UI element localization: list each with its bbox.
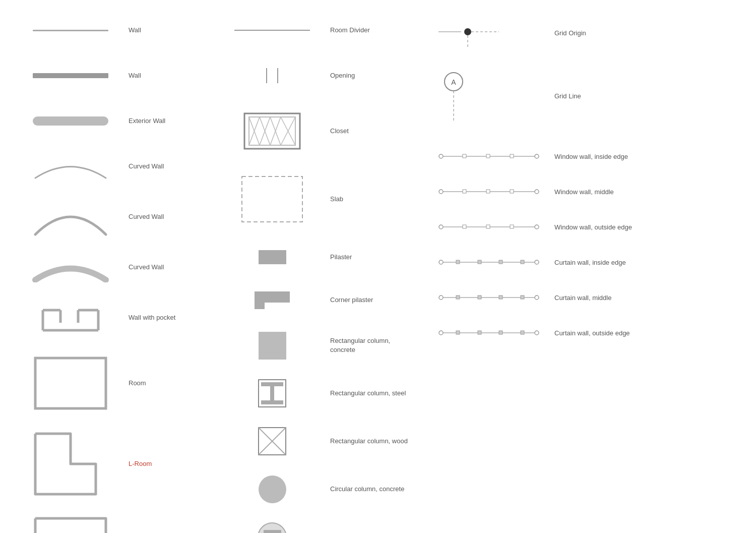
svg-point-40: [535, 154, 539, 158]
list-item: Closet: [222, 106, 423, 156]
svg-rect-56: [510, 225, 514, 228]
label: Window wall, middle: [549, 188, 635, 196]
ww-outside-symbol: [438, 222, 549, 231]
label: Curtain wall, outside edge: [549, 329, 635, 337]
svg-rect-77: [521, 331, 524, 334]
list-item: Corner pilaster: [222, 285, 423, 315]
closet-symbol: [222, 111, 323, 151]
label: Wall: [121, 26, 212, 35]
svg-rect-42: [463, 154, 466, 158]
list-item: T-Room: [20, 514, 212, 533]
svg-rect-70: [521, 295, 524, 299]
curved-wall-thick-symbol: [20, 252, 121, 282]
svg-point-65: [535, 295, 539, 300]
ww-middle-symbol: [438, 187, 549, 196]
svg-rect-20: [255, 303, 265, 309]
corner-pilaster-symbol: [222, 289, 323, 312]
svg-point-33: [464, 28, 471, 35]
list-item: Window wall, inside edge: [438, 146, 635, 166]
svg-rect-60: [456, 260, 460, 264]
list-item: Curved Wall: [20, 252, 212, 282]
list-item: Pilaster: [222, 242, 423, 272]
list-item: A Grid Line: [438, 71, 635, 121]
list-item: Wall: [20, 61, 212, 91]
svg-rect-24: [270, 382, 274, 404]
cw-middle-symbol: [438, 293, 549, 302]
list-item: Circular column, steel: [222, 519, 423, 533]
svg-rect-43: [486, 154, 490, 158]
column-1: Wall Wall Exterior Wall Curved Wall: [20, 15, 212, 533]
slab-symbol: [222, 174, 323, 224]
svg-text:A: A: [451, 78, 456, 86]
svg-point-39: [439, 154, 443, 158]
list-item: Curved Wall: [20, 197, 212, 237]
room-divider-symbol: [222, 30, 323, 31]
svg-point-64: [439, 295, 443, 300]
svg-rect-68: [478, 295, 481, 299]
label: Exterior Wall: [121, 116, 212, 126]
label: Room: [121, 379, 212, 388]
cw-outside-symbol: [438, 328, 549, 337]
room-symbol: [20, 356, 121, 411]
label: Curtain wall, middle: [549, 294, 635, 302]
grid-line-symbol: A: [438, 71, 549, 121]
svg-point-51: [439, 225, 443, 229]
t-room-symbol: [20, 516, 121, 534]
label: Pilaster: [323, 253, 423, 262]
svg-point-57: [439, 260, 443, 264]
label: Wall with pocket: [121, 313, 212, 322]
curved-wall-thin-symbol: [20, 153, 121, 181]
svg-rect-74: [456, 331, 460, 334]
label: L-Room: [121, 459, 212, 468]
legend-container: Wall Wall Exterior Wall Curved Wall: [0, 0, 756, 533]
svg-point-71: [439, 331, 443, 335]
curved-wall-medium-symbol: [20, 197, 121, 237]
svg-rect-61: [478, 260, 481, 264]
wall-thick-symbol: [20, 73, 121, 78]
svg-rect-18: [242, 176, 302, 222]
label: Opening: [323, 71, 423, 80]
svg-rect-69: [499, 295, 502, 299]
svg-point-52: [535, 225, 539, 229]
cw-inside-symbol: [438, 258, 549, 267]
label: Circular column, concrete: [323, 485, 423, 494]
wall-thin-symbol: [20, 30, 121, 31]
rect-col-steel-symbol: [222, 378, 323, 408]
grid-origin-symbol: [438, 18, 549, 48]
list-item: Rectangular column, concrete: [222, 328, 423, 363]
list-item: Exterior Wall: [20, 106, 212, 136]
ww-inside-symbol: [438, 152, 549, 161]
list-item: Grid Origin: [438, 15, 635, 50]
svg-point-58: [535, 260, 539, 264]
label: Curved Wall: [121, 263, 212, 272]
list-item: Curtain wall, middle: [438, 287, 635, 308]
label: Curtain wall, inside edge: [549, 259, 635, 266]
column-3: Grid Origin A Grid Line: [423, 15, 635, 533]
svg-rect-49: [486, 190, 490, 193]
list-item: Room: [20, 353, 212, 413]
svg-rect-62: [499, 260, 502, 264]
list-item: Curtain wall, inside edge: [438, 252, 635, 272]
svg-point-72: [535, 331, 539, 335]
l-room-symbol: [20, 431, 121, 497]
list-item: Wall with pocket: [20, 298, 212, 338]
svg-rect-31: [270, 530, 275, 534]
list-item: Window wall, middle: [438, 182, 635, 202]
svg-rect-54: [463, 225, 466, 228]
circ-col-steel-symbol: [222, 521, 323, 534]
svg-rect-19: [255, 291, 290, 303]
exterior-wall-symbol: [20, 116, 121, 126]
rect-col-concrete-symbol: [222, 332, 323, 360]
svg-rect-67: [456, 295, 460, 299]
list-item: Wall: [20, 15, 212, 45]
label: Wall: [121, 71, 212, 80]
svg-rect-44: [510, 154, 514, 158]
label: Rectangular column, wood: [323, 437, 423, 446]
opening-symbol: [222, 68, 323, 83]
svg-rect-48: [463, 190, 466, 193]
list-item: Curved Wall: [20, 151, 212, 182]
list-item: Rectangular column, wood: [222, 424, 423, 459]
list-item: Slab: [222, 171, 423, 227]
label: Rectangular column, concrete: [323, 336, 423, 354]
svg-point-46: [535, 190, 539, 194]
